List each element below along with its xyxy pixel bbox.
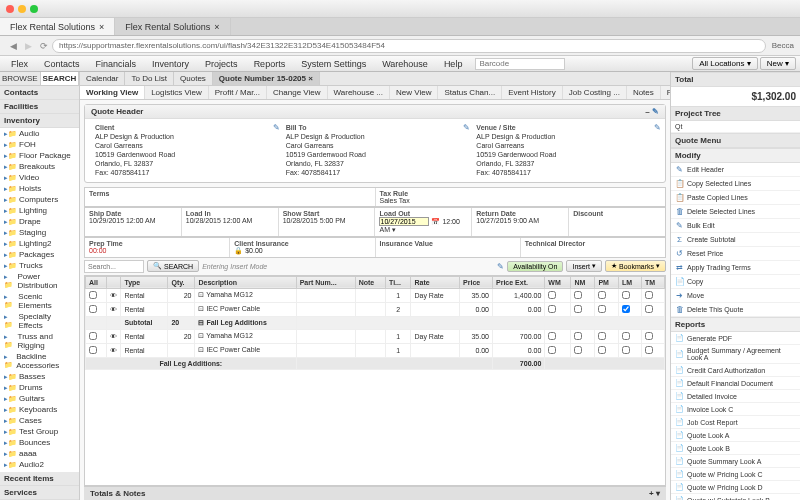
col-all[interactable]: All (86, 276, 107, 288)
collapse-icon[interactable]: – (645, 107, 649, 116)
sidebar-item[interactable]: ▸📁Lighting (0, 205, 79, 216)
sidebar-section-services[interactable]: Services (0, 486, 79, 500)
table-row[interactable]: 👁Rental20⊡ Yamaha MG121Day Rate35.00700.… (86, 329, 665, 343)
sidebar-item[interactable]: ▸📁aaaa (0, 448, 79, 459)
sidebar-item[interactable]: ▸📁Lighting2 (0, 238, 79, 249)
browser-tab-1[interactable]: Flex Rental Solutions× (0, 18, 115, 35)
sidebar-item[interactable]: ▸📁Test Group (0, 426, 79, 437)
all-locations-button[interactable]: All Locations ▾ (692, 57, 758, 70)
tab-todo[interactable]: To Do List (125, 72, 174, 85)
report-item[interactable]: 📄Quote Look B (671, 442, 800, 455)
sidebar-item[interactable]: ▸📁Bounces (0, 437, 79, 448)
table-row[interactable]: Subtotal20⊟ Fall Leg Additions (86, 316, 665, 329)
report-item[interactable]: 📄Quote Summary Look A (671, 455, 800, 468)
col-tm[interactable]: TM (641, 276, 664, 288)
sidebar-section-inventory[interactable]: Inventory (0, 114, 79, 128)
report-item[interactable]: 📄Credit Card Authorization (671, 364, 800, 377)
col-price[interactable]: Price (460, 276, 493, 288)
sidebar-item[interactable]: ▸📁Floor Package (0, 150, 79, 161)
sidebar-item[interactable]: ▸📁Breakouts (0, 161, 79, 172)
edit-header-icon[interactable]: ✎ (652, 107, 659, 116)
sidebar-item[interactable]: ▸📁FOH (0, 139, 79, 150)
report-item[interactable]: 📄Job Cost Report (671, 416, 800, 429)
modify-item[interactable]: ➜Move (671, 289, 800, 303)
modify-item[interactable]: 🗑Delete This Quote (671, 303, 800, 317)
modify-item[interactable]: ΣCreate Subtotal (671, 233, 800, 247)
sidebar-item[interactable]: ▸📁Packages (0, 249, 79, 260)
col-ext[interactable]: Price Ext. (493, 276, 545, 288)
menu-system-settings[interactable]: System Settings (294, 57, 373, 71)
new-button[interactable]: New ▾ (760, 57, 796, 70)
report-item[interactable]: 📄Quote w/ Subtotals Look B (671, 494, 800, 500)
menu-projects[interactable]: Projects (198, 57, 245, 71)
view-status[interactable]: Status Chan... (438, 86, 502, 99)
sidebar-item[interactable]: ▸📁Audio2 (0, 459, 79, 470)
search-button[interactable]: 🔍SEARCH (147, 260, 199, 272)
col-wm[interactable]: WM (545, 276, 571, 288)
modify-item[interactable]: 📋Paste Copied Lines (671, 191, 800, 205)
menu-flex[interactable]: Flex (4, 57, 35, 71)
modify-item[interactable]: ✎Edit Header (671, 163, 800, 177)
sidebar-tab-browse[interactable]: BROWSE (0, 72, 41, 85)
sidebar-item[interactable]: ▸📁Guitars (0, 393, 79, 404)
sidebar-item[interactable]: ▸📁Trucks (0, 260, 79, 271)
close-icon[interactable]: × (214, 22, 219, 32)
sidebar-item[interactable]: ▸📁Drums (0, 382, 79, 393)
col-nm[interactable]: NM (571, 276, 595, 288)
report-item[interactable]: 📄Quote w/ Pricing Look D (671, 481, 800, 494)
report-item[interactable]: 📄Invoice Look C (671, 403, 800, 416)
sidebar-item[interactable]: ▸📁Hoists (0, 183, 79, 194)
max-dot[interactable] (30, 5, 38, 13)
view-job-costing[interactable]: Job Costing ... (563, 86, 627, 99)
modify-item[interactable]: 📄Copy (671, 275, 800, 289)
sidebar-item[interactable]: ▸📁Drape (0, 216, 79, 227)
col-rate[interactable]: Rate (411, 276, 460, 288)
col-qty[interactable]: Qty. (168, 276, 195, 288)
table-row[interactable]: 👁Rental20⊡ Yamaha MG121Day Rate35.001,40… (86, 288, 665, 302)
url-input[interactable] (52, 39, 766, 53)
sidebar-item[interactable]: ▸📁Power Distribution (0, 271, 79, 291)
modify-item[interactable]: 📋Copy Selected Lines (671, 177, 800, 191)
sidebar-section-contacts[interactable]: Contacts (0, 86, 79, 100)
view-warehouse[interactable]: Warehouse ... (328, 86, 391, 99)
col-ti[interactable]: Ti... (386, 276, 411, 288)
row-checkbox[interactable] (89, 346, 97, 354)
menu-reports[interactable]: Reports (247, 57, 293, 71)
sidebar-item[interactable]: ▸📁Computers (0, 194, 79, 205)
edit-client-icon[interactable]: ✎ (273, 123, 280, 178)
sidebar-item[interactable]: ▸📁Audio (0, 128, 79, 139)
availability-button[interactable]: Availability On (507, 261, 563, 272)
report-item[interactable]: 📄Quote w/ Pricing Look C (671, 468, 800, 481)
bookmarks-button[interactable]: ★ Bookmarks ▾ (605, 260, 666, 272)
sidebar-item[interactable]: ▸📁Cases (0, 415, 79, 426)
menu-inventory[interactable]: Inventory (145, 57, 196, 71)
sidebar-tab-search[interactable]: SEARCH (41, 72, 80, 85)
insert-button[interactable]: Insert ▾ (566, 260, 602, 272)
nav-fwd-icon[interactable]: ▶ (25, 41, 32, 51)
tab-quote-active[interactable]: Quote Number 15-0205 × (213, 72, 320, 85)
edit-billto-icon[interactable]: ✎ (463, 123, 470, 178)
min-dot[interactable] (18, 5, 26, 13)
menu-help[interactable]: Help (437, 57, 470, 71)
sidebar-section-recent[interactable]: Recent Items (0, 472, 79, 486)
sidebar-item[interactable]: ▸📁Truss and Rigging (0, 331, 79, 351)
calendar-icon[interactable]: 📅 (431, 218, 440, 225)
close-icon[interactable]: × (99, 22, 104, 32)
browser-tab-2[interactable]: Flex Rental Solutions× (115, 18, 230, 35)
view-change[interactable]: Change View (267, 86, 327, 99)
report-item[interactable]: 📄Detailed Invoice (671, 390, 800, 403)
sidebar-item[interactable]: ▸📁Backline Accessories (0, 351, 79, 371)
edit-venue-icon[interactable]: ✎ (654, 123, 661, 178)
sidebar-item[interactable]: ▸📁Specialty Effects (0, 311, 79, 331)
menu-contacts[interactable]: Contacts (37, 57, 87, 71)
loadout-date-input[interactable] (379, 217, 429, 226)
sidebar-section-facilities[interactable]: Facilities (0, 100, 79, 114)
table-row[interactable]: 👁Rental⊡ IEC Power Cable20.000.00 (86, 302, 665, 316)
col-part[interactable]: Part Num... (296, 276, 355, 288)
view-new[interactable]: New View (390, 86, 438, 99)
sidebar-item[interactable]: ▸📁Scenic Elements (0, 291, 79, 311)
modify-item[interactable]: ⇄Apply Trading Terms (671, 261, 800, 275)
col-note[interactable]: Note (355, 276, 385, 288)
row-checkbox[interactable] (89, 332, 97, 340)
project-tree-item[interactable]: Qt (671, 121, 800, 133)
